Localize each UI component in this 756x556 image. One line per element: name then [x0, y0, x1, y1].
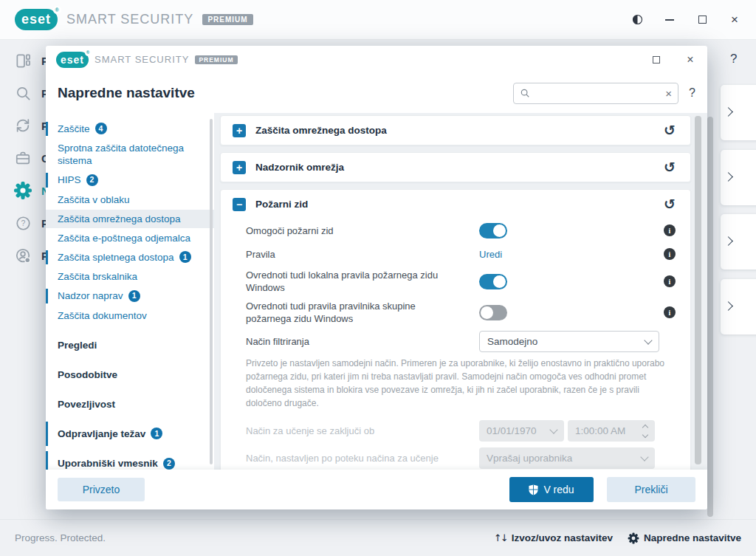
- chevron-down-icon: [642, 431, 648, 437]
- nav-settings[interactable]: N: [0, 179, 46, 202]
- theme-toggle-icon[interactable]: [630, 13, 644, 27]
- sidebar-item-zascita-v-oblaku[interactable]: Zaščita v oblaku: [46, 191, 214, 209]
- panel-header[interactable]: + Zaščita omrežnega dostopa ↺: [221, 116, 690, 145]
- statusbar: Progress. Protected. ↑↓ Izvoz/uvoz nasta…: [0, 519, 756, 556]
- revert-icon[interactable]: ↺: [664, 197, 676, 211]
- maximize-button[interactable]: [695, 13, 709, 27]
- ok-button[interactable]: V redu: [509, 477, 594, 502]
- advanced-settings-action[interactable]: Napredne nastavitve: [628, 532, 741, 544]
- export-import-settings[interactable]: ↑↓ Izvoz/uvoz nastavitev: [494, 532, 613, 543]
- search-icon: [520, 88, 530, 98]
- close-button[interactable]: ×: [728, 13, 741, 27]
- enable-firewall-toggle[interactable]: [479, 223, 507, 238]
- group-policy-rules-toggle[interactable]: [479, 305, 507, 320]
- nav-profile[interactable]: P: [0, 244, 46, 267]
- settings-card[interactable]: [721, 85, 756, 140]
- sidebar-item-hips[interactable]: HIPS2: [46, 171, 214, 189]
- sidebar-item-sprotna-zascita[interactable]: Sprotna zaščita datotečnega sistema: [46, 139, 214, 170]
- advanced-settings-dialog: eset ® SMART SECURITY PREMIUM × Napredne…: [46, 46, 707, 509]
- status-text: Progress. Protected.: [15, 532, 106, 543]
- nav-help[interactable]: ? P: [0, 212, 46, 234]
- filtering-mode-select[interactable]: Samodejno: [479, 331, 659, 352]
- sidebar-item-zascita-epostnega[interactable]: Zaščita e-poštnega odjemalca: [46, 229, 214, 247]
- setting-label: Način filtriranja: [246, 335, 479, 348]
- panel-title: Požarni zid: [255, 199, 308, 210]
- settings-card[interactable]: [721, 214, 756, 270]
- setting-label: Pravila: [246, 248, 479, 261]
- local-rules-toggle[interactable]: [479, 274, 507, 289]
- revert-icon[interactable]: ↺: [664, 123, 676, 137]
- sidebar-item-label: HIPS: [58, 174, 81, 185]
- expand-icon[interactable]: +: [233, 124, 246, 137]
- nav-tools[interactable]: O: [0, 147, 46, 169]
- sidebar-item-zascita-omreznega-dostopa[interactable]: Zaščita omrežnega dostopa: [46, 210, 214, 228]
- registered-mark-icon: ®: [85, 49, 92, 56]
- attention-indicator: [46, 422, 48, 446]
- dialog-close-button[interactable]: ×: [684, 53, 697, 66]
- collapse-icon[interactable]: −: [233, 198, 246, 211]
- filtering-mode-description: Privzeto je nastavljen samodejni način. …: [246, 355, 676, 417]
- chevron-up-icon: [642, 424, 648, 430]
- sidebar-item-povezljivost[interactable]: Povezljivost: [46, 390, 214, 419]
- sidebar-item-label: Nadzor naprav: [58, 290, 123, 301]
- eset-logo-mark: eset ®: [15, 9, 58, 30]
- panel-title: Zaščita omrežnega dostopa: [255, 125, 387, 136]
- info-icon[interactable]: i: [664, 306, 676, 318]
- chevron-down-icon: [644, 336, 652, 344]
- clear-search-icon[interactable]: ×: [665, 88, 672, 99]
- dialog-maximize-button[interactable]: [650, 53, 663, 66]
- nav-update[interactable]: P: [0, 114, 46, 137]
- background-help-icon[interactable]: ?: [730, 52, 737, 66]
- settings-card[interactable]: [721, 150, 756, 205]
- minimize-button[interactable]: [663, 13, 676, 27]
- dialog-product-name: SMART SECURITY: [94, 54, 189, 65]
- sidebar-item-label: Zaščita omrežnega dostopa: [58, 213, 181, 224]
- learning-end-date-select: 01/01/1970: [479, 420, 564, 442]
- panel-network-access: + Zaščita omrežnega dostopa ↺: [220, 115, 691, 145]
- sidebar-item-pregledi[interactable]: Pregledi: [46, 331, 214, 360]
- panel-network-inspector: + Nadzornik omrežja ↺: [220, 152, 691, 182]
- revert-icon[interactable]: ↺: [664, 160, 676, 174]
- sidebar-item-zascita-brskalnika[interactable]: Zaščita brskalnika: [46, 267, 214, 286]
- statusbar-actions: ↑↓ Izvoz/uvoz nastavitev Napredne nastav…: [494, 532, 741, 544]
- edit-rules-link[interactable]: Uredi: [479, 249, 502, 260]
- setting-label: Ovrednoti tudi pravila pravilnika skupin…: [246, 300, 479, 325]
- setting-label: Omogoči požarni zid: [246, 224, 479, 237]
- sidebar-item-odpravljanje-tezav[interactable]: Odpravljanje težav1: [46, 419, 214, 448]
- sidebar-item-label: Zaščite: [58, 123, 90, 134]
- info-icon[interactable]: i: [664, 248, 676, 260]
- setting-row-after-learning: Način, nastavljen po poteku načina za uč…: [246, 445, 676, 470]
- nav-overview[interactable]: P: [0, 49, 46, 72]
- sidebar-item-posodobitve[interactable]: Posodobitve: [46, 360, 214, 389]
- sidebar-item-uporabniski-vmesnik[interactable]: Uporabniški vmesnik2: [46, 449, 214, 470]
- main-titlebar: eset ® SMART SECURITY PREMIUM ×: [0, 0, 756, 40]
- after-learning-select: Vprašaj uporabnika: [479, 447, 655, 469]
- default-button[interactable]: Privzeto: [58, 478, 145, 501]
- sidebar-item-label: Uporabniški vmesnik: [58, 458, 158, 469]
- sidebar-item-zascita-spletnega[interactable]: Zaščita spletnega dostopa1: [46, 248, 214, 267]
- sidebar-item-nadzor-naprav[interactable]: Nadzor naprav1: [46, 286, 214, 305]
- main-scrollbar[interactable]: [707, 117, 713, 517]
- panel-header[interactable]: − Požarni zid ↺: [221, 190, 690, 219]
- time-value: 1:00:00 AM: [575, 425, 625, 436]
- info-icon[interactable]: i: [664, 224, 676, 236]
- expand-icon[interactable]: +: [233, 161, 246, 174]
- info-icon[interactable]: i: [664, 275, 676, 287]
- chevron-right-icon: [724, 236, 733, 246]
- sidebar-item-zascite[interactable]: Zaščite4: [46, 120, 214, 138]
- selected-value: Vprašaj uporabnika: [487, 453, 572, 464]
- search-input[interactable]: [535, 88, 661, 99]
- sidebar-item-label: Pregledi: [58, 340, 97, 351]
- export-import-label: Izvoz/uvoz nastavitev: [512, 532, 613, 543]
- settings-card[interactable]: [721, 279, 756, 334]
- sidebar-scrollbar[interactable]: [210, 119, 213, 464]
- dialog-help-icon[interactable]: ?: [689, 86, 695, 100]
- cancel-button[interactable]: Prekliči: [607, 477, 695, 502]
- nav-computer-scan[interactable]: P: [0, 82, 46, 104]
- attention-indicator: [46, 289, 48, 303]
- sidebar-item-zascita-dokumentov[interactable]: Zaščita dokumentov: [46, 306, 214, 325]
- content-scrollbar[interactable]: [695, 116, 701, 464]
- registered-mark-icon: ®: [53, 6, 61, 14]
- panel-header[interactable]: + Nadzornik omrežja ↺: [221, 153, 690, 182]
- ok-button-label: V redu: [543, 484, 574, 495]
